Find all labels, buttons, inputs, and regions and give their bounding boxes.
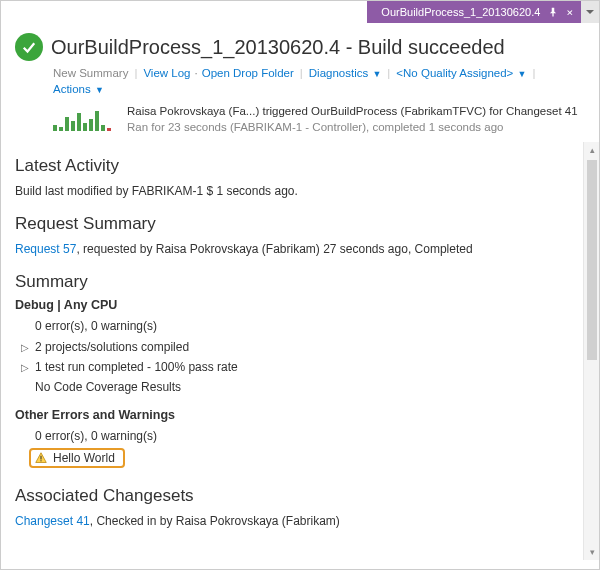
tab-bar: OurBuildProcess_1_20130620.4 × [1,1,599,23]
build-header: OurBuildProcess_1_20130620.4 - Build suc… [1,23,599,142]
scroll-down-icon[interactable]: ▾ [584,544,599,560]
tab-title: OurBuildProcess_1_20130620.4 [381,6,540,18]
diagnostics-dropdown[interactable]: Diagnostics ▼ [309,67,382,79]
expander-icon[interactable]: ▷ [21,359,29,376]
other-errors-heading: Other Errors and Warnings [15,408,585,422]
view-log-link[interactable]: View Log [143,67,190,79]
content-pane: Latest Activity Build last modified by F… [1,142,599,560]
latest-activity-text: Build last modified by FABRIKAM-1 $ 1 se… [15,182,585,200]
expander-icon[interactable]: ▷ [21,339,29,356]
summary-item-compiled: ▷2 projects/solutions compiled [21,337,585,357]
svg-rect-1 [40,460,41,461]
trigger-info: Raisa Pokrovskaya (Fa...) triggered OurB… [127,103,578,135]
other-errors-count: 0 error(s), 0 warning(s) [21,426,585,446]
trigger-line2: Ran for 23 seconds (FABRIKAM-1 - Control… [127,119,578,135]
request-summary-heading: Request Summary [15,214,585,234]
warning-icon [35,452,47,464]
changeset-link[interactable]: Changeset 41 [15,514,90,528]
tab-overflow-button[interactable] [581,1,599,23]
changesets-heading: Associated Changesets [15,486,585,506]
scroll-up-icon[interactable]: ▴ [584,142,599,158]
build-config: Debug | Any CPU [15,298,585,312]
active-tab[interactable]: OurBuildProcess_1_20130620.4 × [367,1,581,23]
scroll-thumb[interactable] [587,160,597,360]
chevron-down-icon [586,8,594,16]
summary-item-coverage: No Code Coverage Results [21,377,585,397]
close-icon[interactable]: × [566,6,573,19]
open-drop-link[interactable]: Open Drop Folder [202,67,294,79]
new-summary-label: New Summary [53,67,128,79]
page-title: OurBuildProcess_1_20130620.4 - Build suc… [51,36,505,59]
build-history-sparkline[interactable] [53,103,117,131]
request-link[interactable]: Request 57 [15,242,76,256]
latest-activity-heading: Latest Activity [15,156,585,176]
success-icon [15,33,43,61]
hello-world-text: Hello World [53,451,115,465]
pin-icon[interactable] [548,7,558,17]
vertical-scrollbar[interactable]: ▴ ▾ [583,142,599,560]
svg-rect-0 [40,456,41,460]
changeset-rest: , Checked in by Raisa Pokrovskaya (Fabri… [90,514,340,528]
trigger-line1: Raisa Pokrovskaya (Fa...) triggered OurB… [127,103,578,119]
hello-world-message: Hello World [29,448,125,468]
summary-item-errors: 0 error(s), 0 warning(s) [21,316,585,336]
actions-dropdown[interactable]: Actions ▼ [53,83,104,95]
quality-dropdown[interactable]: <No Quality Assigned> ▼ [396,67,526,79]
request-rest: , requested by Raisa Pokrovskaya (Fabrik… [76,242,472,256]
summary-list: 0 error(s), 0 warning(s) ▷2 projects/sol… [21,316,585,398]
summary-heading: Summary [15,272,585,292]
summary-item-tests: ▷1 test run completed - 100% pass rate [21,357,585,377]
link-bar: New Summary | View Log · Open Drop Folde… [53,67,585,95]
